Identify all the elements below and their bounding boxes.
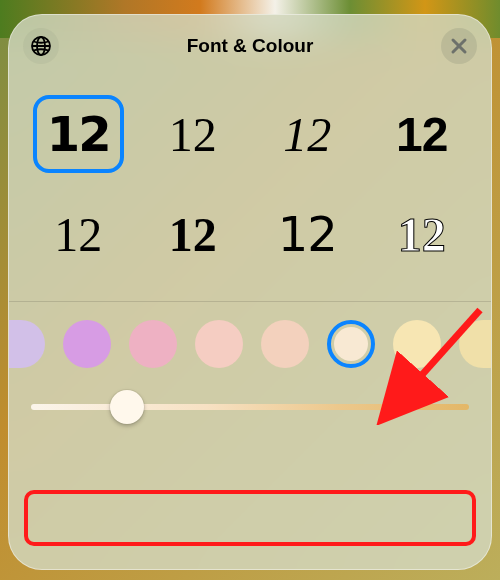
globe-icon: [29, 34, 53, 58]
colour-swatch-2[interactable]: [63, 320, 111, 368]
font-option-1[interactable]: 12: [33, 95, 124, 173]
colour-swatch-4[interactable]: [195, 320, 243, 368]
colour-swatch-6[interactable]: [327, 320, 375, 368]
panel-title: Font & Colour: [187, 35, 314, 57]
font-option-7[interactable]: 12: [262, 195, 353, 273]
slider-track: [31, 404, 469, 410]
font-option-4[interactable]: 12: [377, 95, 468, 173]
hue-slider[interactable]: [31, 390, 469, 424]
colour-swatch-7[interactable]: [393, 320, 441, 368]
colour-swatch-3[interactable]: [129, 320, 177, 368]
language-button[interactable]: [23, 28, 59, 64]
font-grid: 12 12 12 12 12 12 12 12: [9, 77, 491, 301]
font-colour-panel: Font & Colour 12 12 12 12 12 12 12 12: [8, 14, 492, 570]
font-option-3[interactable]: 12: [262, 95, 353, 173]
colour-swatch-1[interactable]: [8, 320, 45, 368]
close-icon: [450, 37, 468, 55]
font-option-5[interactable]: 12: [33, 195, 124, 273]
slider-thumb[interactable]: [110, 390, 144, 424]
colour-swatch-5[interactable]: [261, 320, 309, 368]
font-option-6[interactable]: 12: [148, 195, 239, 273]
font-option-2[interactable]: 12: [148, 95, 239, 173]
font-option-8[interactable]: 12: [377, 195, 468, 273]
close-button[interactable]: [441, 28, 477, 64]
colour-swatch-row[interactable]: [8, 302, 491, 372]
colour-swatch-next[interactable]: [459, 320, 491, 368]
panel-header: Font & Colour: [9, 15, 491, 77]
hue-slider-row: [31, 390, 469, 424]
